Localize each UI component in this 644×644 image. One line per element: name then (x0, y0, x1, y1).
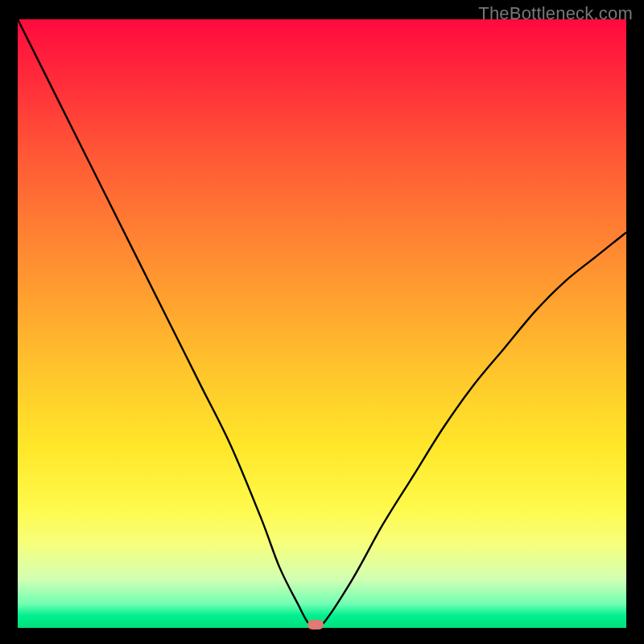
minimum-marker (308, 620, 324, 630)
plot-area (18, 19, 626, 628)
watermark-text: TheBottleneck.com (478, 3, 633, 24)
bottleneck-curve (18, 19, 626, 628)
chart-frame: TheBottleneck.com (0, 0, 644, 644)
